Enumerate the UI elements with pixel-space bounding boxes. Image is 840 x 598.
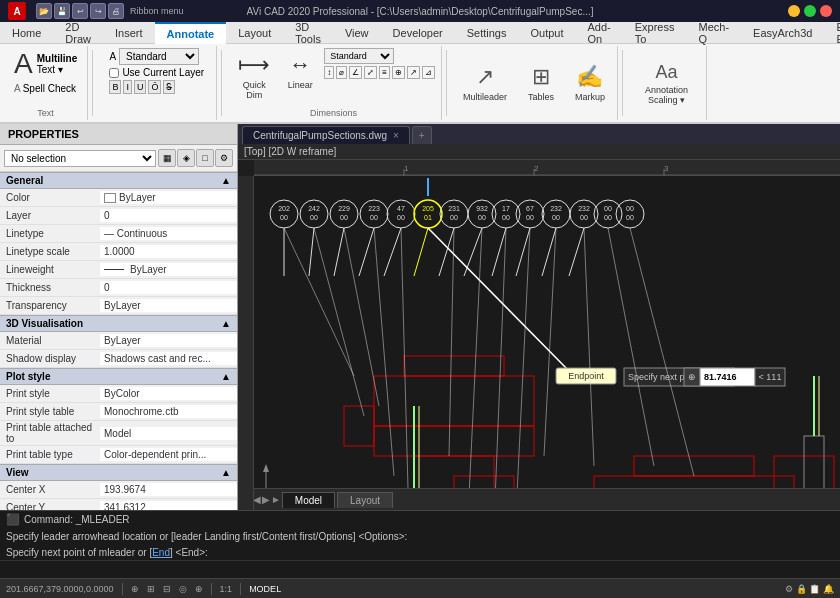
- maximize-button[interactable]: [804, 5, 816, 17]
- section-view[interactable]: View ▲: [0, 464, 237, 481]
- prop-print-style-table: Print style table Monochrome.ctb: [0, 403, 237, 421]
- prop-shadow: Shadow display Shadows cast and rec...: [0, 350, 237, 368]
- prop-transparency-label: Transparency: [0, 299, 100, 312]
- dim-style-dropdown[interactable]: Standard: [324, 48, 394, 64]
- dim-tool-5[interactable]: ≡: [379, 66, 390, 79]
- dim-style-selector[interactable]: Standard: [324, 48, 435, 64]
- prop-transparency-value[interactable]: ByLayer: [100, 299, 237, 312]
- tab-layout[interactable]: Layout: [337, 492, 393, 508]
- open-icon[interactable]: 📂: [36, 3, 52, 19]
- multiline-text-icon: A: [14, 50, 33, 78]
- tab-home[interactable]: Home: [0, 23, 53, 43]
- separator-4: [622, 50, 623, 116]
- dim-tool-8[interactable]: ⊿: [422, 66, 435, 79]
- new-file-tab[interactable]: +: [412, 126, 432, 144]
- multileader-button[interactable]: ↗ Multileader: [457, 60, 513, 106]
- dim-tool-4[interactable]: ⤢: [364, 66, 377, 79]
- drawing-canvas[interactable]: 1 2 3 Y X: [238, 160, 840, 510]
- tab-2d-draw[interactable]: 2D Draw: [53, 17, 103, 49]
- snap-icon[interactable]: ⊕: [131, 584, 139, 594]
- quick-dim-icon: ⟼: [238, 52, 270, 78]
- nav-first-button[interactable]: ◀: [253, 494, 261, 505]
- linear-button[interactable]: ↔ Linear: [280, 48, 320, 94]
- tab-layout[interactable]: Layout: [226, 23, 283, 43]
- layer-checkbox-input[interactable]: [109, 68, 119, 78]
- minimize-button[interactable]: [788, 5, 800, 17]
- style-selector[interactable]: A Standard: [109, 48, 199, 65]
- tab-express-to[interactable]: Express To: [623, 17, 687, 49]
- file-tab-active[interactable]: CentrifugalPumpSections.dwg ×: [242, 126, 410, 144]
- text-tools: B I U Ō S̶: [109, 80, 175, 94]
- italic-tool[interactable]: I: [123, 80, 132, 94]
- ortho-icon[interactable]: ⊟: [163, 584, 171, 594]
- properties-settings-button[interactable]: ⚙: [215, 149, 233, 167]
- dim-tool-2[interactable]: ⌀: [336, 66, 347, 79]
- polar-icon[interactable]: ◎: [179, 584, 187, 594]
- svg-text:00: 00: [552, 214, 560, 221]
- prop-print-style-table-value[interactable]: Monochrome.ctb: [100, 405, 237, 418]
- tab-annotate[interactable]: Annotate: [155, 22, 227, 44]
- grid-icon[interactable]: ⊞: [147, 584, 155, 594]
- quick-dim-button[interactable]: ⟼ QuickDim: [232, 48, 276, 104]
- selection-dropdown[interactable]: No selection: [4, 150, 156, 167]
- annotation-scaling-label: AnnotationScaling ▾: [645, 85, 688, 105]
- prop-color-value[interactable]: ByLayer: [100, 191, 237, 204]
- tab-3d-tools[interactable]: 3D Tools: [283, 17, 333, 49]
- prop-print-style-value[interactable]: ByColor: [100, 387, 237, 400]
- section-general[interactable]: General ▲: [0, 172, 237, 189]
- use-current-layer-checkbox[interactable]: Use Current Layer: [109, 67, 204, 78]
- prop-lineweight-value[interactable]: ByLayer: [100, 263, 237, 276]
- style-dropdown[interactable]: Standard: [119, 48, 199, 65]
- multiline-text-button[interactable]: A Multiline Text ▾: [10, 48, 81, 80]
- osnap-icon[interactable]: ⊕: [195, 584, 203, 594]
- section-plot-style[interactable]: Plot style ▲: [0, 368, 237, 385]
- print-icon[interactable]: 🖨: [108, 3, 124, 19]
- prop-print-table-type-value[interactable]: Color-dependent prin...: [100, 448, 237, 461]
- prop-material-value[interactable]: ByLayer: [100, 334, 237, 347]
- file-tab-close[interactable]: ×: [393, 130, 399, 141]
- overline-tool[interactable]: Ō: [148, 80, 161, 94]
- prop-shadow-value[interactable]: Shadows cast and rec...: [100, 352, 237, 365]
- ribbon-menu-button[interactable]: Ribbon menu: [130, 6, 184, 16]
- close-button[interactable]: [820, 5, 832, 17]
- spell-check-button[interactable]: A Spell Check: [10, 81, 80, 96]
- select-similar-button[interactable]: ◈: [177, 149, 195, 167]
- tab-easyarch-e[interactable]: EasyArch E: [824, 17, 840, 49]
- multiline-text-label: Multiline: [37, 53, 78, 64]
- prop-print-table-attached-value[interactable]: Model: [100, 427, 237, 440]
- prop-layer-value[interactable]: 0: [100, 209, 237, 222]
- tab-insert[interactable]: Insert: [103, 23, 155, 43]
- dim-tool-3[interactable]: ∠: [349, 66, 362, 79]
- tab-view[interactable]: View: [333, 23, 381, 43]
- nav-next-button[interactable]: ▶: [262, 494, 270, 505]
- underline-tool[interactable]: U: [134, 80, 147, 94]
- tab-output[interactable]: Output: [518, 23, 575, 43]
- quick-select-button[interactable]: ▦: [158, 149, 176, 167]
- annotation-scaling-button[interactable]: Aa AnnotationScaling ▾: [639, 58, 694, 109]
- bold-tool[interactable]: B: [109, 80, 121, 94]
- dim-tool-1[interactable]: ↕: [324, 66, 334, 79]
- dim-tool-7[interactable]: ↗: [407, 66, 420, 79]
- tab-model[interactable]: Model: [282, 492, 335, 508]
- prop-linetype-scale-value[interactable]: 1.0000: [100, 245, 237, 258]
- markup-button[interactable]: ✍ Markup: [569, 60, 611, 106]
- tab-easyarch3d[interactable]: EasyArch3d: [741, 23, 824, 43]
- prop-thickness-value[interactable]: 0: [100, 281, 237, 294]
- tables-button[interactable]: ⊞ Tables: [521, 60, 561, 106]
- strikethrough-tool[interactable]: S̶: [163, 80, 175, 94]
- prop-linetype-value[interactable]: — Continuous: [100, 227, 237, 240]
- dim-tool-6[interactable]: ⊕: [392, 66, 405, 79]
- section-3d-vis[interactable]: 3D Visualisation ▲: [0, 315, 237, 332]
- section-general-toggle: ▲: [221, 175, 231, 186]
- tab-developer[interactable]: Developer: [381, 23, 455, 43]
- command-input[interactable]: [6, 564, 834, 575]
- toggle-pickbox-button[interactable]: □: [196, 149, 214, 167]
- prop-center-x-value[interactable]: 193.9674: [100, 483, 237, 496]
- tab-mech-q[interactable]: Mech-Q: [687, 17, 742, 49]
- prop-center-y-value[interactable]: 341.6312: [100, 501, 237, 510]
- tab-add-on[interactable]: Add-On: [576, 17, 623, 49]
- tab-settings[interactable]: Settings: [455, 23, 519, 43]
- model-mode-display[interactable]: MODEL: [249, 584, 281, 594]
- nav-last-button[interactable]: ►: [271, 494, 281, 505]
- dim-tools: ↕ ⌀ ∠ ⤢ ≡ ⊕ ↗ ⊿: [324, 66, 435, 79]
